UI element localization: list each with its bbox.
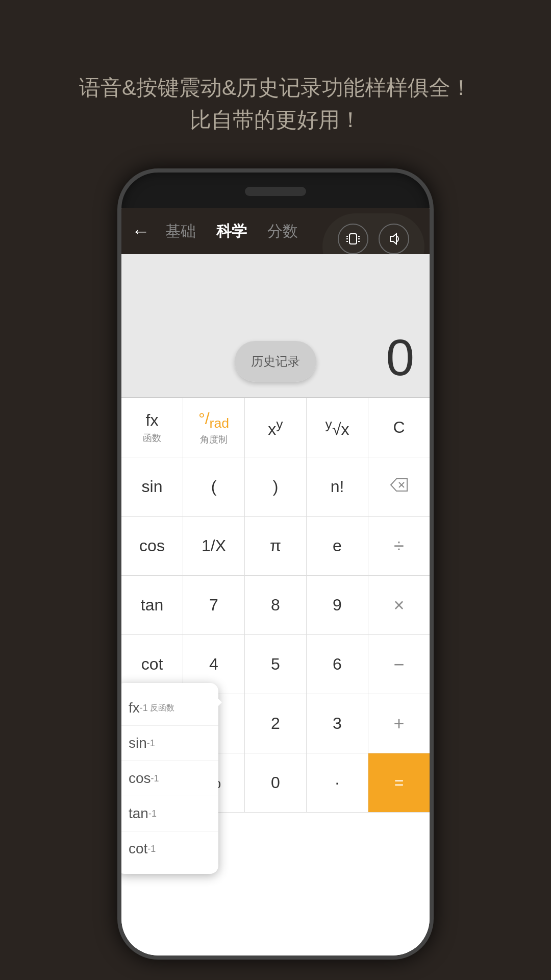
key-root-label: y√x bbox=[325, 416, 349, 439]
side-button-left bbox=[117, 275, 119, 305]
key-0[interactable]: 0 bbox=[245, 753, 307, 812]
key-9-label: 9 bbox=[333, 596, 342, 615]
side-button-right bbox=[432, 264, 434, 305]
key-6-label: 6 bbox=[333, 655, 342, 674]
key-close-paren[interactable]: ) bbox=[245, 457, 307, 516]
tab-science[interactable]: 科学 bbox=[216, 221, 247, 242]
key-angle[interactable]: °/rad 角度制 bbox=[183, 398, 245, 457]
key-close-paren-label: ) bbox=[273, 477, 279, 496]
key-cot-label: cot bbox=[141, 655, 163, 674]
key-clear-label: C bbox=[393, 418, 405, 437]
tab-basic[interactable]: 基础 bbox=[165, 221, 196, 242]
key-root[interactable]: y√x bbox=[307, 398, 368, 457]
key-backspace[interactable] bbox=[368, 457, 430, 516]
key-fx-label: fx bbox=[146, 411, 159, 430]
divide-icon: ÷ bbox=[394, 535, 404, 557]
phone-screen: ← 基础 科学 分数 bbox=[121, 208, 430, 955]
key-pow-label: xy bbox=[268, 416, 283, 439]
key-row-3: cos 1/X π e ÷ bbox=[121, 517, 430, 576]
add-icon: + bbox=[393, 713, 404, 734]
key-pi[interactable]: π bbox=[245, 517, 307, 575]
svg-marker-7 bbox=[390, 234, 396, 244]
key-sin[interactable]: sin bbox=[121, 457, 183, 516]
key-divide[interactable]: ÷ bbox=[368, 517, 430, 575]
key-pow[interactable]: xy bbox=[245, 398, 307, 457]
phone-speaker bbox=[245, 187, 306, 196]
key-equals[interactable]: = bbox=[368, 753, 430, 812]
key-e-label: e bbox=[333, 536, 342, 555]
voice-icon bbox=[379, 224, 409, 254]
key-tan-label: tan bbox=[141, 596, 163, 615]
inv-sin[interactable]: sin-1 bbox=[121, 726, 218, 761]
inv-tan[interactable]: tan-1 bbox=[121, 796, 218, 831]
key-6[interactable]: 6 bbox=[307, 635, 368, 694]
key-7-label: 7 bbox=[209, 596, 218, 615]
header-line2: 比自带的更好用！ bbox=[0, 104, 551, 136]
inverse-popup: fx-1反函数 sin-1 cos-1 tan-1 cot-1 bbox=[121, 683, 218, 874]
equals-icon: = bbox=[394, 773, 404, 792]
phone-frame: ← 基础 科学 分数 bbox=[117, 168, 434, 960]
key-open-paren-label: ( bbox=[211, 477, 217, 496]
key-factorial-label: n! bbox=[331, 477, 344, 496]
key-2[interactable]: 2 bbox=[245, 694, 307, 753]
key-angle-label: °/rad bbox=[198, 409, 229, 431]
display-value: 0 bbox=[386, 328, 414, 387]
key-pi-label: π bbox=[270, 536, 281, 555]
key-sin-label: sin bbox=[142, 477, 163, 496]
key-reciprocal[interactable]: 1/X bbox=[183, 517, 245, 575]
key-cos-label: cos bbox=[139, 536, 165, 555]
key-add[interactable]: + bbox=[368, 694, 430, 753]
inv-cos[interactable]: cos-1 bbox=[121, 761, 218, 796]
key-8[interactable]: 8 bbox=[245, 576, 307, 634]
key-dot-label: · bbox=[335, 773, 340, 792]
header-text: 语音&按键震动&历史记录功能样样俱全！ 比自带的更好用！ bbox=[0, 0, 551, 166]
vibrate-icon bbox=[338, 224, 368, 254]
inv-cot[interactable]: cot-1 bbox=[121, 831, 218, 866]
key-fx-sub: 函数 bbox=[143, 432, 161, 444]
key-row-4: tan 7 8 9 × bbox=[121, 576, 430, 635]
key-3-label: 3 bbox=[333, 714, 342, 733]
inv-fx[interactable]: fx-1反函数 bbox=[121, 691, 218, 726]
key-multiply[interactable]: × bbox=[368, 576, 430, 634]
display-area: 历史记录 0 bbox=[121, 254, 430, 397]
key-8-label: 8 bbox=[271, 596, 280, 615]
key-7[interactable]: 7 bbox=[183, 576, 245, 634]
svg-rect-0 bbox=[349, 234, 357, 244]
key-reciprocal-label: 1/X bbox=[202, 536, 226, 555]
key-9[interactable]: 9 bbox=[307, 576, 368, 634]
multiply-icon: × bbox=[393, 595, 404, 616]
key-0-label: 0 bbox=[271, 773, 280, 792]
key-factorial[interactable]: n! bbox=[307, 457, 368, 516]
tab-fraction[interactable]: 分数 bbox=[267, 221, 298, 242]
key-dot[interactable]: · bbox=[307, 753, 368, 812]
key-4-label: 4 bbox=[209, 655, 218, 674]
key-cos[interactable]: cos bbox=[121, 517, 183, 575]
history-button[interactable]: 历史记录 bbox=[235, 341, 316, 382]
key-open-paren[interactable]: ( bbox=[183, 457, 245, 516]
header-line1: 语音&按键震动&历史记录功能样样俱全！ bbox=[0, 71, 551, 104]
key-5[interactable]: 5 bbox=[245, 635, 307, 694]
key-tan[interactable]: tan bbox=[121, 576, 183, 634]
back-button[interactable]: ← bbox=[132, 220, 150, 242]
key-fx[interactable]: fx 函数 bbox=[121, 398, 183, 457]
key-angle-sub: 角度制 bbox=[200, 433, 228, 446]
key-2-label: 2 bbox=[271, 714, 280, 733]
top-bar: ← 基础 科学 分数 bbox=[121, 208, 430, 254]
key-row-2: sin ( ) n! bbox=[121, 457, 430, 517]
backspace-icon bbox=[390, 477, 408, 496]
key-subtract[interactable]: − bbox=[368, 635, 430, 694]
key-clear[interactable]: C bbox=[368, 398, 430, 457]
key-5-label: 5 bbox=[271, 655, 280, 674]
subtract-icon: − bbox=[393, 654, 404, 675]
key-e[interactable]: e bbox=[307, 517, 368, 575]
key-3[interactable]: 3 bbox=[307, 694, 368, 753]
key-row-1: fx 函数 °/rad 角度制 xy y√x C bbox=[121, 398, 430, 457]
